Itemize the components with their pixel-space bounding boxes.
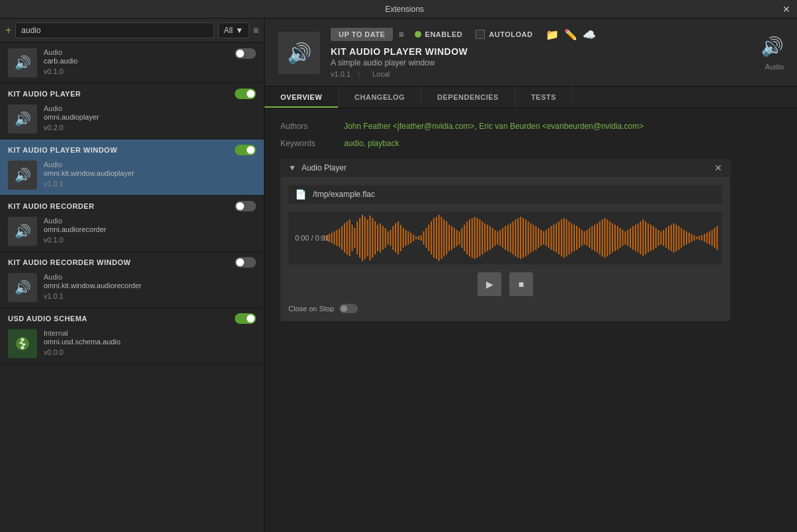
- tab-overview[interactable]: OVERVIEW: [265, 87, 339, 108]
- search-input[interactable]: [15, 22, 214, 38]
- svg-rect-27: [385, 228, 386, 248]
- svg-rect-28: [388, 231, 389, 245]
- detail-right-speaker-icon: 🔊: [761, 36, 784, 57]
- search-menu-button[interactable]: ≡: [253, 25, 259, 36]
- svg-rect-61: [472, 218, 473, 258]
- keywords-label: Keywords: [280, 139, 333, 148]
- tab-dependencies[interactable]: DEPENDENCIES: [421, 87, 515, 108]
- toggle-switch[interactable]: [235, 257, 256, 268]
- detail-separator: |: [358, 70, 360, 78]
- tabs-bar: OVERVIEW CHANGELOG DEPENDENCIES TESTS: [265, 87, 797, 108]
- list-item[interactable]: KIT AUDIO RECORDER WINDOW 🔊 Audio omni.k…: [0, 252, 264, 308]
- ext-version: v1.0.1: [44, 180, 256, 188]
- svg-rect-94: [556, 223, 557, 252]
- close-on-stop-label: Close on Stop: [288, 305, 334, 313]
- svg-rect-19: [364, 217, 366, 259]
- edit-icon[interactable]: ✏️: [564, 28, 577, 41]
- svg-rect-24: [377, 225, 378, 251]
- svg-rect-52: [448, 225, 450, 251]
- svg-rect-100: [571, 223, 572, 252]
- detail-version: v1.0.1: [331, 70, 351, 78]
- window-title: Extensions: [26, 5, 782, 14]
- svg-rect-117: [614, 225, 616, 251]
- svg-rect-152: [704, 234, 705, 242]
- detail-header: 🔊 UP TO DATE ≡ ENABLED AUTOLOAD 📁: [265, 19, 797, 87]
- svg-rect-93: [553, 225, 554, 251]
- svg-rect-115: [609, 221, 610, 254]
- up-to-date-button[interactable]: UP TO DATE: [331, 28, 393, 41]
- svg-rect-70: [495, 230, 496, 246]
- toggle-switch[interactable]: [235, 48, 256, 59]
- extension-icon: 🔊: [8, 273, 37, 302]
- svg-rect-81: [523, 218, 524, 258]
- stop-button[interactable]: ■: [509, 272, 533, 296]
- svg-rect-31: [395, 223, 396, 252]
- close-window-button[interactable]: ✕: [782, 4, 790, 15]
- svg-rect-121: [624, 231, 626, 245]
- play-icon: ▶: [486, 279, 493, 289]
- toggle-switch[interactable]: [235, 89, 256, 99]
- content-area: Authors John Feather <jfeather@nvidia.co…: [265, 108, 797, 532]
- filter-dropdown[interactable]: All ▼: [218, 22, 249, 38]
- audio-file-row: 📄 /tmp/example.flac: [288, 185, 722, 204]
- play-button[interactable]: ▶: [478, 272, 501, 296]
- svg-rect-146: [689, 233, 690, 243]
- svg-rect-58: [464, 225, 465, 251]
- svg-rect-120: [622, 230, 624, 246]
- ext-version: v0.1.0: [44, 67, 228, 75]
- tab-tests[interactable]: TESTS: [515, 87, 573, 108]
- add-extension-button[interactable]: +: [5, 24, 11, 36]
- svg-rect-126: [638, 223, 639, 252]
- svg-rect-54: [454, 228, 455, 248]
- ext-category: Audio: [44, 273, 256, 281]
- list-item[interactable]: KIT AUDIO PLAYER WINDOW 🔊 Audio omni.kit…: [0, 139, 264, 196]
- ext-name: KIT AUDIO PLAYER: [8, 90, 81, 98]
- svg-rect-118: [617, 226, 618, 250]
- svg-rect-111: [599, 221, 601, 254]
- svg-rect-129: [645, 221, 646, 254]
- svg-rect-90: [546, 230, 547, 246]
- ext-category: Audio: [44, 161, 256, 169]
- ext-name: KIT AUDIO RECORDER WINDOW: [8, 258, 131, 266]
- cloud-icon[interactable]: ☁️: [583, 28, 596, 41]
- authors-label: Authors: [280, 122, 333, 131]
- svg-rect-85: [532, 225, 534, 251]
- svg-rect-38: [413, 235, 414, 241]
- ext-version: v1.0.1: [44, 292, 256, 300]
- list-item[interactable]: USD AUDIO SCHEMA Internal om: [0, 308, 264, 364]
- svg-rect-108: [591, 226, 593, 250]
- folder-icon[interactable]: 📁: [546, 28, 559, 41]
- list-item[interactable]: 🔊 Audio carb.audio v0.1.0: [0, 43, 264, 83]
- detail-menu-button[interactable]: ≡: [398, 29, 403, 40]
- svg-rect-127: [640, 221, 642, 254]
- svg-rect-39: [415, 237, 417, 239]
- svg-rect-87: [538, 228, 539, 248]
- svg-rect-21: [370, 215, 371, 260]
- close-on-stop-toggle[interactable]: [339, 304, 358, 313]
- autoload-checkbox[interactable]: [476, 30, 485, 39]
- collapse-icon: ▼: [288, 163, 296, 172]
- svg-rect-40: [418, 236, 419, 240]
- toggle-switch[interactable]: [235, 145, 256, 155]
- svg-rect-141: [676, 225, 677, 251]
- svg-rect-116: [612, 223, 613, 252]
- enabled-indicator: [415, 31, 421, 38]
- svg-rect-92: [550, 226, 552, 250]
- svg-rect-14: [352, 225, 353, 251]
- toggle-switch[interactable]: [235, 201, 256, 211]
- svg-rect-97: [564, 218, 565, 258]
- svg-rect-109: [594, 225, 595, 251]
- svg-rect-75: [507, 225, 509, 251]
- svg-rect-110: [597, 223, 598, 252]
- extension-icon: 🔊: [8, 161, 37, 190]
- list-item[interactable]: KIT AUDIO RECORDER 🔊 Audio omni.audiorec…: [0, 196, 264, 252]
- toggle-switch[interactable]: [235, 313, 256, 324]
- search-bar: + All ▼ ≡: [0, 19, 264, 43]
- list-item[interactable]: KIT AUDIO PLAYER 🔊 Audio omni.audioplaye…: [0, 83, 264, 139]
- tab-changelog[interactable]: CHANGELOG: [339, 87, 421, 108]
- svg-rect-142: [678, 226, 679, 250]
- extension-icon: 🔊: [8, 48, 37, 77]
- audio-player-close-button[interactable]: ✕: [714, 163, 722, 173]
- extension-icon: 🔊: [8, 217, 37, 246]
- svg-rect-122: [627, 230, 628, 246]
